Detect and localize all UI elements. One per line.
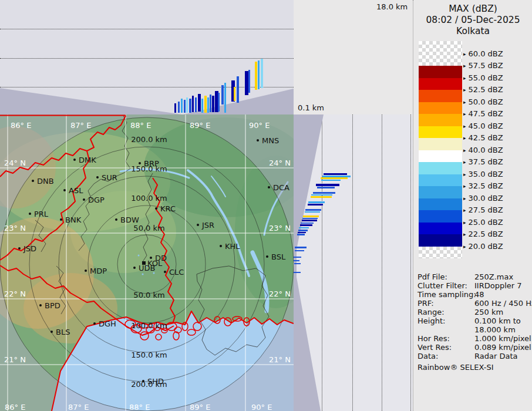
scale-arrow-icon: ▸	[463, 147, 466, 153]
scale-arrow-icon: ▸	[463, 87, 466, 93]
echo-bar	[258, 60, 260, 89]
echo-bar	[294, 263, 301, 264]
height-axis-min-label: 0.1 km	[298, 103, 324, 112]
city-label: BRP	[144, 159, 159, 168]
lon-label: 86° E	[11, 121, 31, 130]
echo-bar	[302, 218, 318, 219]
height-axis-max-label: 18.0 km	[376, 2, 408, 11]
dbz-scale-label: ▸40.0 dBZ	[463, 146, 503, 154]
dbz-color-band	[419, 150, 462, 163]
info-row: Height:0.100 km to	[417, 316, 531, 325]
scale-arrow-icon: ▸	[463, 196, 466, 201]
dbz-color-band	[419, 234, 462, 247]
lat-label: 22° N	[269, 289, 291, 298]
dbz-color-band	[419, 198, 462, 211]
dbz-scale-label: ▸45.0 dBZ	[463, 122, 503, 130]
lon-label: 86° E	[5, 403, 25, 411]
scale-arrow-icon: ▸	[463, 123, 466, 129]
city-marker	[63, 189, 66, 191]
radar-display-window: 18.0 km 0.1 km	[0, 0, 532, 411]
range-ring-label: 100.0 km	[131, 194, 167, 203]
city-marker	[133, 267, 136, 269]
lon-label: 88° E	[130, 121, 151, 130]
side-height-profile	[294, 114, 413, 411]
echo-bar	[224, 83, 226, 113]
city-label: DMK	[79, 156, 96, 164]
echo-bar	[198, 94, 201, 112]
city-marker	[18, 247, 21, 250]
city-label: MDP	[90, 267, 107, 275]
city-label: JSD	[23, 244, 36, 253]
dbz-scale-label: ▸55.0 dBZ	[463, 73, 503, 82]
product-title: MAX (dBZ)	[413, 4, 532, 15]
scale-arrow-icon: ▸	[463, 220, 466, 225]
dbz-scale-label: ▸35.0 dBZ	[463, 170, 503, 178]
city-label: BSL	[271, 252, 286, 261]
city-label: PRL	[34, 210, 49, 218]
echo-bar	[295, 247, 307, 248]
echo-bar	[212, 96, 214, 112]
lat-label: 23° N	[4, 224, 26, 233]
city-marker	[93, 322, 96, 325]
info-row: Hor Res:1.000 km/pixel	[417, 334, 531, 343]
dbz-scale-label: ▸60.0 dBZ	[463, 49, 503, 58]
echo-bar	[301, 223, 314, 224]
echo-bar	[324, 173, 347, 175]
range-ring-label: 150.0 km	[131, 351, 167, 359]
dbz-scale-label: ▸57.5 dBZ	[463, 61, 503, 70]
echo-bar	[313, 192, 335, 194]
city-label: BLS	[56, 328, 70, 336]
city-label: DNB	[37, 177, 54, 186]
city-marker	[83, 198, 85, 201]
city-marker	[85, 269, 87, 272]
dbz-scale-label: ▸42.5 dBZ	[463, 133, 503, 142]
city-marker	[197, 224, 199, 226]
echo-bar	[234, 87, 235, 101]
dbz-color-band	[419, 41, 462, 66]
city-marker	[39, 304, 42, 306]
dbz-color-band	[419, 78, 462, 90]
scale-arrow-icon: ▸	[463, 171, 466, 177]
dbz-color-band	[419, 114, 462, 126]
city-marker	[96, 176, 99, 178]
echo-bar	[204, 96, 207, 113]
range-ring-label: 200.0 km	[131, 135, 167, 144]
echo-bar	[317, 187, 335, 188]
echo-bar	[308, 204, 323, 206]
echo-bar	[321, 180, 341, 181]
dbz-color-band	[419, 162, 462, 174]
echo-bar	[255, 62, 257, 90]
info-row: 18.000 km	[417, 325, 531, 334]
info-row: Pdf File:250Z.max	[417, 272, 531, 281]
city-label: DCA	[273, 183, 289, 192]
city-label: JSR	[201, 221, 214, 230]
lon-label: 90° E	[251, 403, 272, 411]
radar-site-marker	[142, 261, 146, 265]
dbz-color-band	[419, 138, 462, 150]
scale-arrow-icon: ▸	[463, 207, 466, 213]
range-ring-label: 50.0 km	[133, 291, 164, 299]
echo-bar	[186, 97, 188, 113]
echo-bar	[298, 232, 306, 233]
echo-bar	[311, 196, 332, 198]
station-name: Kolkata	[413, 26, 532, 37]
city-label: SHD	[147, 377, 164, 386]
city-marker	[50, 331, 53, 333]
scale-arrow-icon: ▸	[463, 135, 466, 141]
product-info-list: Pdf File:250Z.maxClutter Filter:IIRDoppl…	[417, 272, 531, 361]
city-label: SUR	[102, 173, 117, 182]
dbz-color-band	[419, 210, 462, 223]
dbz-scale-label: ▸52.5 dBZ	[463, 85, 503, 94]
echo-bar	[302, 220, 317, 221]
info-row: Range:250 km	[417, 308, 531, 316]
echo-bar	[294, 272, 301, 273]
city-marker	[266, 255, 268, 258]
echo-bar	[174, 103, 176, 113]
scale-arrow-icon: ▸	[463, 99, 466, 105]
scale-arrow-icon: ▸	[463, 51, 466, 57]
lat-label: 21° N	[4, 355, 26, 364]
city-label: MNS	[262, 136, 279, 145]
city-marker	[155, 207, 157, 210]
lon-label: 89° E	[190, 121, 210, 130]
info-row: Data:Radar Data	[417, 352, 531, 361]
